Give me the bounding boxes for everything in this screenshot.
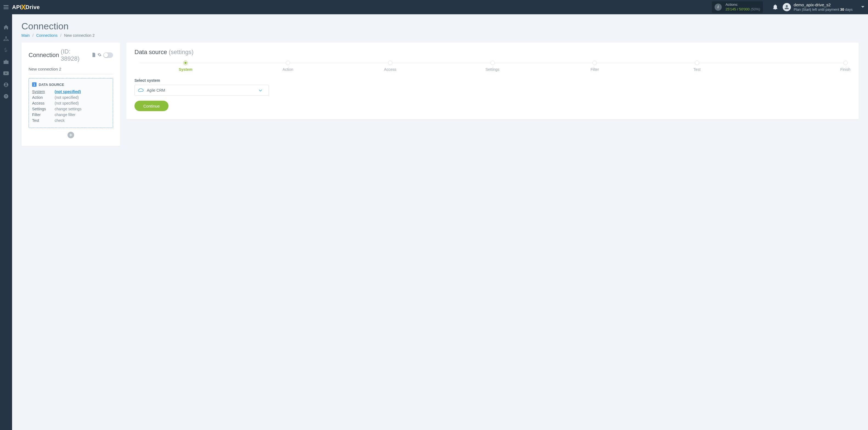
bell-icon [773, 4, 778, 10]
actions-percent: (50%) [750, 7, 760, 11]
avatar [783, 3, 791, 11]
logo-text-x: X [21, 3, 26, 11]
logo-text-drive: Drive [26, 4, 40, 10]
chevron-down-icon [861, 6, 865, 8]
menu-icon [4, 5, 8, 9]
user-menu-caret [861, 5, 865, 9]
actions-pill[interactable]: i Actions: 25'145 / 50'000 (50%) [712, 1, 763, 13]
user-menu[interactable]: demo_apix-drive_s2 Plan |Start| left unt… [783, 2, 865, 12]
menu-toggle[interactable] [0, 0, 12, 14]
actions-label: Actions: [725, 2, 760, 7]
top-header: API X Drive i Actions: 25'145 / 50'000 (… [0, 0, 868, 14]
user-icon [784, 5, 789, 10]
logo[interactable]: API X Drive [12, 3, 40, 11]
info-icon: i [715, 4, 722, 11]
logo-text-api: API [12, 4, 22, 10]
user-name: demo_apix-drive_s2 [794, 2, 852, 8]
actions-used: 25'145 [725, 7, 736, 11]
actions-total: / 50'000 [737, 7, 750, 11]
notifications-button[interactable] [773, 4, 778, 10]
user-plan: Plan |Start| left until payment 30 days [794, 7, 852, 12]
